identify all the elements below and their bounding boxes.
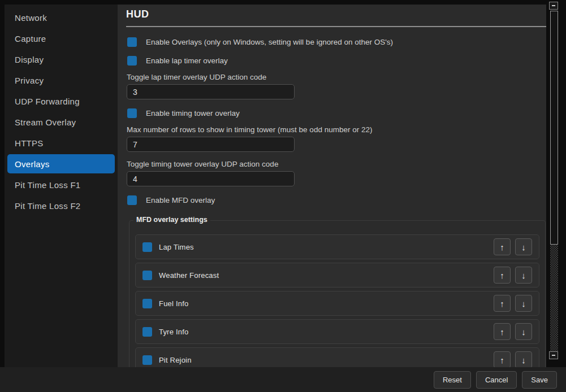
enable-timing-tower-row: Enable timing tower overlay bbox=[127, 108, 240, 118]
cancel-button[interactable]: Cancel bbox=[476, 371, 517, 389]
sidebar-item-pit-time-loss-f2[interactable]: Pit Time Loss F2 bbox=[7, 196, 115, 215]
sidebar-item-pit-time-loss-f1[interactable]: Pit Time Loss F1 bbox=[7, 175, 115, 194]
mfd-item-tyre-info: Tyre Info ↑ ↓ bbox=[135, 319, 539, 344]
mfd-group-title: MFD overlay settings bbox=[133, 216, 210, 224]
up-arrow-icon: ↑ bbox=[500, 271, 504, 280]
scroll-down-button[interactable] bbox=[549, 351, 558, 359]
pit-rejoin-move-up-button[interactable]: ↑ bbox=[494, 351, 511, 367]
lap-times-label: Lap Times bbox=[159, 243, 194, 251]
enable-mfd-label: Enable MFD overlay bbox=[146, 196, 215, 204]
tyre-info-label: Tyre Info bbox=[159, 328, 188, 336]
enable-timing-tower-label: Enable timing tower overlay bbox=[146, 109, 240, 117]
reset-button[interactable]: Reset bbox=[434, 371, 471, 389]
up-arrow-icon: ↑ bbox=[500, 355, 504, 365]
down-arrow-icon: ↓ bbox=[521, 242, 526, 252]
main-panel: HUD Enable Overlays (only on Windows, se… bbox=[118, 5, 546, 367]
down-arrow-icon: ↓ bbox=[521, 271, 526, 280]
enable-lap-timer-row: Enable lap timer overlay bbox=[127, 55, 228, 66]
sidebar: Network Capture Display Privacy UDP Forw… bbox=[5, 5, 118, 367]
scroll-up-button[interactable] bbox=[549, 2, 558, 10]
page-title: HUD bbox=[126, 8, 149, 20]
sidebar-item-capture[interactable]: Capture bbox=[7, 29, 115, 48]
enable-overlays-label: Enable Overlays (only on Windows, settin… bbox=[146, 38, 393, 46]
lap-timer-code-input[interactable] bbox=[127, 84, 295, 99]
up-arrow-icon: ↑ bbox=[500, 299, 504, 308]
down-arrow-icon: ↓ bbox=[521, 355, 526, 365]
tyre-info-checkbox[interactable] bbox=[142, 327, 152, 337]
enable-timing-tower-checkbox[interactable] bbox=[127, 108, 137, 118]
sidebar-item-udp-forwarding[interactable]: UDP Forwarding bbox=[7, 92, 115, 111]
sidebar-item-display[interactable]: Display bbox=[7, 50, 115, 69]
mfd-overlay-settings-group: MFD overlay settings Lap Times ↑ ↓ Weath… bbox=[129, 220, 546, 367]
lap-times-move-up-button[interactable]: ↑ bbox=[494, 238, 511, 255]
weather-forecast-move-up-button[interactable]: ↑ bbox=[494, 267, 511, 284]
footer-bar: Reset Cancel Save bbox=[0, 367, 566, 392]
mfd-item-weather-forecast: Weather Forecast ↑ ↓ bbox=[135, 263, 539, 288]
timing-rows-label: Max number of rows to show in timing tow… bbox=[127, 125, 372, 134]
sidebar-item-network[interactable]: Network bbox=[7, 8, 115, 27]
weather-forecast-checkbox[interactable] bbox=[142, 271, 152, 280]
sidebar-item-privacy[interactable]: Privacy bbox=[7, 71, 115, 90]
down-arrow-icon: ↓ bbox=[521, 299, 526, 308]
pit-rejoin-label: Pit Rejoin bbox=[159, 356, 192, 364]
enable-lap-timer-checkbox[interactable] bbox=[127, 56, 137, 66]
mfd-item-pit-rejoin: Pit Rejoin ↑ ↓ bbox=[135, 347, 539, 367]
timing-code-label: Toggle timing tower overlay UDP action c… bbox=[127, 160, 278, 168]
lap-times-move-down-button[interactable]: ↓ bbox=[515, 238, 532, 255]
pit-rejoin-checkbox[interactable] bbox=[142, 355, 152, 365]
title-divider bbox=[126, 26, 546, 27]
tyre-info-move-down-button[interactable]: ↓ bbox=[515, 323, 532, 340]
scroll-down-icon bbox=[552, 355, 555, 356]
mfd-item-fuel-info: Fuel Info ↑ ↓ bbox=[135, 291, 539, 316]
timing-code-input[interactable] bbox=[127, 171, 295, 186]
fuel-info-label: Fuel Info bbox=[159, 299, 188, 308]
tyre-info-move-up-button[interactable]: ↑ bbox=[494, 323, 511, 340]
sidebar-item-overlays[interactable]: Overlays bbox=[7, 154, 115, 173]
timing-rows-input[interactable] bbox=[127, 137, 295, 152]
pit-rejoin-move-down-button[interactable]: ↓ bbox=[515, 351, 532, 367]
enable-lap-timer-label: Enable lap timer overlay bbox=[146, 56, 228, 65]
weather-forecast-label: Weather Forecast bbox=[159, 271, 219, 280]
fuel-info-move-down-button[interactable]: ↓ bbox=[515, 295, 532, 312]
up-arrow-icon: ↑ bbox=[500, 242, 504, 252]
enable-mfd-row: Enable MFD overlay bbox=[127, 195, 215, 205]
up-arrow-icon: ↑ bbox=[500, 327, 504, 337]
sidebar-item-https[interactable]: HTTPS bbox=[7, 133, 115, 153]
sidebar-item-stream-overlay[interactable]: Stream Overlay bbox=[7, 112, 115, 132]
scrollbar-thumb[interactable] bbox=[550, 11, 558, 245]
scroll-up-icon bbox=[552, 5, 555, 6]
enable-mfd-checkbox[interactable] bbox=[127, 195, 137, 205]
save-button[interactable]: Save bbox=[522, 371, 557, 389]
weather-forecast-move-down-button[interactable]: ↓ bbox=[515, 267, 532, 284]
settings-window: Network Capture Display Privacy UDP Forw… bbox=[0, 0, 566, 392]
lap-timer-code-label: Toggle lap timer overlay UDP action code bbox=[127, 73, 266, 81]
enable-overlays-row: Enable Overlays (only on Windows, settin… bbox=[127, 37, 393, 47]
fuel-info-move-up-button[interactable]: ↑ bbox=[494, 295, 511, 312]
enable-overlays-checkbox[interactable] bbox=[127, 37, 137, 47]
fuel-info-checkbox[interactable] bbox=[142, 299, 152, 308]
lap-times-checkbox[interactable] bbox=[142, 242, 152, 252]
scrollbar-track[interactable] bbox=[550, 245, 558, 351]
down-arrow-icon: ↓ bbox=[521, 327, 526, 337]
mfd-item-lap-times: Lap Times ↑ ↓ bbox=[135, 234, 539, 259]
